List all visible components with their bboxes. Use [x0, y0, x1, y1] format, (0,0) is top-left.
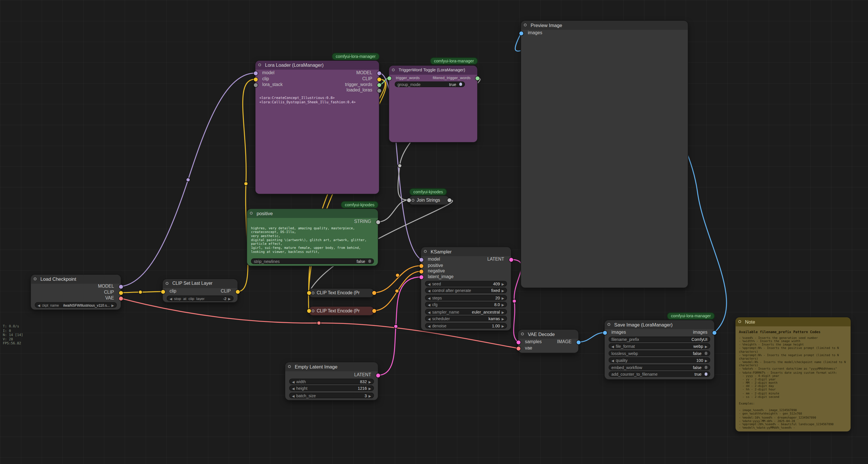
collapsed-output-dot[interactable] [447, 198, 451, 202]
widget-cfg[interactable]: ◀ cfg 8.0 ▶ [425, 302, 507, 308]
toggle-dot[interactable] [459, 83, 462, 86]
increment-arrow-icon[interactable]: ▶ [502, 310, 504, 314]
node-titlebar[interactable]: positive [247, 209, 378, 218]
node-vae-decode[interactable]: VAE Decode samples vae IMAGE [518, 330, 578, 353]
collapse-dot[interactable] [424, 250, 427, 253]
toggle-dot[interactable] [704, 366, 708, 369]
node-titlebar[interactable]: Join Strings [409, 196, 450, 205]
output-slot-clip[interactable]: CLIP [256, 77, 379, 82]
slot-dot[interactable] [419, 269, 423, 273]
slot-dot[interactable] [475, 76, 479, 80]
increment-arrow-icon[interactable]: ▶ [369, 379, 371, 383]
output-slot-string[interactable]: STRING [247, 219, 378, 225]
increment-arrow-icon[interactable]: ▶ [369, 386, 371, 390]
node-titlebar[interactable]: Empty Latent Image [285, 362, 378, 371]
increment-arrow-icon[interactable]: ▶ [705, 344, 707, 348]
decrement-arrow-icon[interactable]: ◀ [612, 344, 614, 348]
widget-scheduler[interactable]: ◀ scheduler karras ▶ [425, 316, 507, 321]
collapse-dot[interactable] [165, 282, 168, 285]
widget-height[interactable]: ◀ height 1216 ▶ [289, 385, 374, 391]
reroute-dot[interactable] [396, 273, 399, 277]
node-graph-canvas[interactable]: T: 0.0/s I: 0 N: 14 [14] V: 28 FPS:56.82… [0, 0, 868, 464]
increment-arrow-icon[interactable]: ▶ [111, 303, 114, 307]
collapse-dot[interactable] [392, 68, 395, 71]
increment-arrow-icon[interactable]: ▶ [502, 316, 504, 320]
collapse-dot[interactable] [608, 323, 610, 326]
node-clip-set-last-layer[interactable]: CLIP Set Last Layer clip CLIP ◀ stop_at_… [163, 279, 238, 302]
node-note[interactable]: Note Available filename_prefix Pattern C… [736, 317, 850, 431]
slot-dot[interactable] [519, 31, 523, 35]
reroute-dot[interactable] [244, 182, 248, 185]
widget-lossless-webp[interactable]: lossless_webp false [609, 351, 710, 356]
output-slot-latent[interactable]: LATENT [421, 257, 511, 262]
slot-dot[interactable] [377, 83, 381, 87]
widget-batch-size[interactable]: ◀ batch_size 3 ▶ [289, 393, 374, 399]
collapse-dot[interactable] [250, 212, 253, 214]
reroute-dot[interactable] [398, 164, 402, 167]
output-slot-model[interactable]: MODEL [31, 284, 121, 289]
slot-dot[interactable] [376, 373, 380, 377]
node-titlebar[interactable]: CLIP Text Encode (Pr [309, 307, 374, 315]
lora-syntax-text[interactable]: <lora:CreateConcept_Illustrious:0.8> <lo… [259, 95, 375, 104]
widget-seed[interactable]: ◀ seed 409 ▶ [425, 281, 507, 287]
node-preview-image[interactable]: Preview Image images [521, 21, 688, 288]
node-clip-text-encode-positive[interactable]: CLIP Text Encode (Pr [309, 289, 374, 297]
slot-dot[interactable] [377, 77, 381, 81]
output-slot-vae[interactable]: VAE [31, 295, 121, 301]
output-slot-clip[interactable]: CLIP [163, 289, 238, 295]
toggle-dot[interactable] [368, 260, 371, 263]
collapse-dot[interactable] [524, 24, 527, 26]
node-load-checkpoint[interactable]: Load Checkpoint MODEL CLIP VAE ◀ ckpt_na… [31, 275, 121, 310]
widget-stop-at-clip-layer[interactable]: ◀ stop_at_clip_layer -2 ▶ [167, 295, 234, 301]
slot-dot[interactable] [119, 285, 123, 289]
decrement-arrow-icon[interactable]: ◀ [169, 296, 172, 300]
increment-arrow-icon[interactable]: ▶ [228, 296, 231, 300]
widget-steps[interactable]: ◀ steps 20 ▶ [425, 295, 507, 300]
reroute-dot[interactable] [513, 299, 516, 303]
toggle-dot[interactable] [704, 373, 708, 376]
widget-filename-prefix[interactable]: filename_prefix ComfyUI [609, 337, 710, 342]
widget-strip-newlines[interactable]: strip_newlines false [251, 258, 374, 264]
node-titlebar[interactable]: Lora Loader (LoraManager) [256, 61, 379, 69]
output-slot-loaded-loras[interactable]: loaded_loras [256, 88, 379, 93]
decrement-arrow-icon[interactable]: ◀ [292, 386, 294, 390]
decrement-arrow-icon[interactable]: ◀ [292, 379, 294, 383]
decrement-arrow-icon[interactable]: ◀ [428, 316, 430, 320]
prompt-text[interactable]: highres, very detailed, amazing quality,… [251, 226, 374, 256]
reroute-dot[interactable] [394, 324, 398, 328]
widget-sampler-name[interactable]: ◀ sampler_name euler_ancestral ▶ [425, 309, 507, 315]
widget-width[interactable]: ◀ width 832 ▶ [289, 379, 374, 384]
collapse-dot[interactable] [258, 64, 261, 66]
decrement-arrow-icon[interactable]: ◀ [38, 303, 40, 307]
node-titlebar[interactable]: VAE Decode [518, 330, 578, 339]
slot-dot[interactable] [377, 89, 381, 93]
slot-dot[interactable] [377, 71, 381, 75]
increment-arrow-icon[interactable]: ▶ [369, 394, 371, 398]
node-titlebar[interactable]: KSampler [421, 247, 511, 256]
increment-arrow-icon[interactable]: ▶ [502, 324, 504, 328]
node-titlebar[interactable]: Save Image (LoraManager) [604, 320, 714, 329]
input-slot-positive[interactable]: positive [421, 263, 511, 269]
decrement-arrow-icon[interactable]: ◀ [428, 282, 430, 286]
decrement-arrow-icon[interactable]: ◀ [428, 310, 430, 314]
widget-ckpt-name[interactable]: ◀ ckpt_name ilwaiNSFWIllustrious_v110.s.… [35, 302, 117, 308]
node-join-strings[interactable]: Join Strings [409, 196, 450, 205]
node-empty-latent-image[interactable]: Empty Latent Image LATENT ◀ width 832 ▶ … [285, 362, 378, 400]
node-positive-prompt[interactable]: positive STRING highres, very detailed, … [247, 209, 378, 265]
output-slot-latent[interactable]: LATENT [285, 373, 378, 378]
decrement-arrow-icon[interactable]: ◀ [428, 296, 430, 300]
widget-group-mode[interactable]: group_mode true [395, 81, 465, 87]
increment-arrow-icon[interactable]: ▶ [502, 289, 504, 293]
node-titlebar[interactable]: TriggerWord Toggle (LoraManager) [389, 65, 477, 75]
slot-dot[interactable] [712, 330, 716, 335]
node-titlebar[interactable]: CLIP Text Encode (Pr [309, 289, 374, 297]
increment-arrow-icon[interactable]: ▶ [502, 282, 504, 286]
slot-dot[interactable] [419, 264, 423, 268]
widget-embed-workflow[interactable]: embed_workflow false [609, 365, 710, 370]
slot-dot[interactable] [119, 296, 123, 300]
decrement-arrow-icon[interactable]: ◀ [428, 324, 430, 328]
collapse-dot[interactable] [521, 332, 524, 336]
node-triggerword-toggle[interactable]: TriggerWord Toggle (LoraManager) trigger… [389, 65, 477, 142]
node-titlebar[interactable]: Preview Image [521, 21, 688, 30]
widget-denoise[interactable]: ◀ denoise 1.00 ▶ [425, 323, 507, 329]
